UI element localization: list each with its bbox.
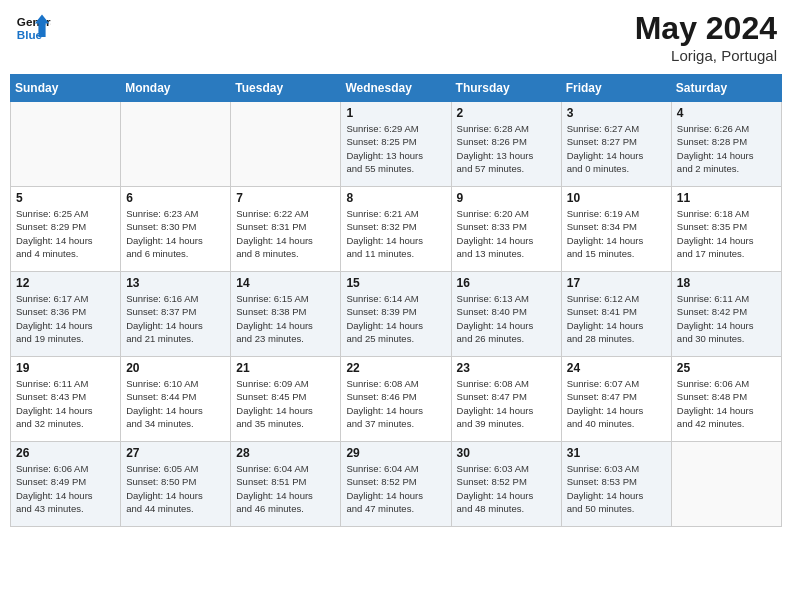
day-info: Sunrise: 6:11 AMSunset: 8:42 PMDaylight:… bbox=[677, 292, 776, 345]
day-number: 20 bbox=[126, 361, 225, 375]
calendar-cell: 12Sunrise: 6:17 AMSunset: 8:36 PMDayligh… bbox=[11, 272, 121, 357]
weekday-header: Sunday bbox=[11, 75, 121, 102]
day-info: Sunrise: 6:28 AMSunset: 8:26 PMDaylight:… bbox=[457, 122, 556, 175]
day-info: Sunrise: 6:03 AMSunset: 8:53 PMDaylight:… bbox=[567, 462, 666, 515]
calendar-cell: 8Sunrise: 6:21 AMSunset: 8:32 PMDaylight… bbox=[341, 187, 451, 272]
day-number: 17 bbox=[567, 276, 666, 290]
day-info: Sunrise: 6:17 AMSunset: 8:36 PMDaylight:… bbox=[16, 292, 115, 345]
day-info: Sunrise: 6:14 AMSunset: 8:39 PMDaylight:… bbox=[346, 292, 445, 345]
weekday-header: Tuesday bbox=[231, 75, 341, 102]
day-info: Sunrise: 6:21 AMSunset: 8:32 PMDaylight:… bbox=[346, 207, 445, 260]
logo-icon: General Blue bbox=[15, 10, 51, 46]
day-number: 19 bbox=[16, 361, 115, 375]
calendar-cell: 20Sunrise: 6:10 AMSunset: 8:44 PMDayligh… bbox=[121, 357, 231, 442]
calendar-cell: 18Sunrise: 6:11 AMSunset: 8:42 PMDayligh… bbox=[671, 272, 781, 357]
day-number: 10 bbox=[567, 191, 666, 205]
calendar-week-row: 26Sunrise: 6:06 AMSunset: 8:49 PMDayligh… bbox=[11, 442, 782, 527]
calendar-week-row: 1Sunrise: 6:29 AMSunset: 8:25 PMDaylight… bbox=[11, 102, 782, 187]
day-number: 18 bbox=[677, 276, 776, 290]
day-number: 22 bbox=[346, 361, 445, 375]
calendar-cell: 19Sunrise: 6:11 AMSunset: 8:43 PMDayligh… bbox=[11, 357, 121, 442]
day-number: 27 bbox=[126, 446, 225, 460]
weekday-header: Monday bbox=[121, 75, 231, 102]
day-info: Sunrise: 6:19 AMSunset: 8:34 PMDaylight:… bbox=[567, 207, 666, 260]
day-info: Sunrise: 6:07 AMSunset: 8:47 PMDaylight:… bbox=[567, 377, 666, 430]
day-info: Sunrise: 6:03 AMSunset: 8:52 PMDaylight:… bbox=[457, 462, 556, 515]
day-number: 26 bbox=[16, 446, 115, 460]
day-info: Sunrise: 6:05 AMSunset: 8:50 PMDaylight:… bbox=[126, 462, 225, 515]
calendar-cell: 7Sunrise: 6:22 AMSunset: 8:31 PMDaylight… bbox=[231, 187, 341, 272]
calendar-cell: 26Sunrise: 6:06 AMSunset: 8:49 PMDayligh… bbox=[11, 442, 121, 527]
calendar-cell: 31Sunrise: 6:03 AMSunset: 8:53 PMDayligh… bbox=[561, 442, 671, 527]
calendar-week-row: 12Sunrise: 6:17 AMSunset: 8:36 PMDayligh… bbox=[11, 272, 782, 357]
day-info: Sunrise: 6:26 AMSunset: 8:28 PMDaylight:… bbox=[677, 122, 776, 175]
calendar-cell: 10Sunrise: 6:19 AMSunset: 8:34 PMDayligh… bbox=[561, 187, 671, 272]
title-block: May 2024 Loriga, Portugal bbox=[635, 10, 777, 64]
day-info: Sunrise: 6:04 AMSunset: 8:51 PMDaylight:… bbox=[236, 462, 335, 515]
day-number: 4 bbox=[677, 106, 776, 120]
weekday-header: Saturday bbox=[671, 75, 781, 102]
day-number: 6 bbox=[126, 191, 225, 205]
calendar-cell: 28Sunrise: 6:04 AMSunset: 8:51 PMDayligh… bbox=[231, 442, 341, 527]
day-number: 16 bbox=[457, 276, 556, 290]
calendar-table: SundayMondayTuesdayWednesdayThursdayFrid… bbox=[10, 74, 782, 527]
page-header: General Blue May 2024 Loriga, Portugal bbox=[10, 10, 782, 64]
day-info: Sunrise: 6:11 AMSunset: 8:43 PMDaylight:… bbox=[16, 377, 115, 430]
day-number: 3 bbox=[567, 106, 666, 120]
calendar-cell: 21Sunrise: 6:09 AMSunset: 8:45 PMDayligh… bbox=[231, 357, 341, 442]
calendar-cell: 14Sunrise: 6:15 AMSunset: 8:38 PMDayligh… bbox=[231, 272, 341, 357]
calendar-cell: 27Sunrise: 6:05 AMSunset: 8:50 PMDayligh… bbox=[121, 442, 231, 527]
calendar-cell: 11Sunrise: 6:18 AMSunset: 8:35 PMDayligh… bbox=[671, 187, 781, 272]
weekday-header: Wednesday bbox=[341, 75, 451, 102]
month-year-title: May 2024 bbox=[635, 10, 777, 47]
day-number: 31 bbox=[567, 446, 666, 460]
calendar-week-row: 5Sunrise: 6:25 AMSunset: 8:29 PMDaylight… bbox=[11, 187, 782, 272]
day-info: Sunrise: 6:08 AMSunset: 8:47 PMDaylight:… bbox=[457, 377, 556, 430]
day-number: 25 bbox=[677, 361, 776, 375]
day-info: Sunrise: 6:22 AMSunset: 8:31 PMDaylight:… bbox=[236, 207, 335, 260]
day-number: 9 bbox=[457, 191, 556, 205]
day-number: 21 bbox=[236, 361, 335, 375]
day-info: Sunrise: 6:29 AMSunset: 8:25 PMDaylight:… bbox=[346, 122, 445, 175]
day-number: 13 bbox=[126, 276, 225, 290]
day-info: Sunrise: 6:20 AMSunset: 8:33 PMDaylight:… bbox=[457, 207, 556, 260]
weekday-header: Friday bbox=[561, 75, 671, 102]
calendar-cell: 3Sunrise: 6:27 AMSunset: 8:27 PMDaylight… bbox=[561, 102, 671, 187]
day-number: 5 bbox=[16, 191, 115, 205]
calendar-cell: 22Sunrise: 6:08 AMSunset: 8:46 PMDayligh… bbox=[341, 357, 451, 442]
day-info: Sunrise: 6:10 AMSunset: 8:44 PMDaylight:… bbox=[126, 377, 225, 430]
day-info: Sunrise: 6:06 AMSunset: 8:49 PMDaylight:… bbox=[16, 462, 115, 515]
day-number: 23 bbox=[457, 361, 556, 375]
day-info: Sunrise: 6:18 AMSunset: 8:35 PMDaylight:… bbox=[677, 207, 776, 260]
day-number: 15 bbox=[346, 276, 445, 290]
calendar-cell: 1Sunrise: 6:29 AMSunset: 8:25 PMDaylight… bbox=[341, 102, 451, 187]
day-info: Sunrise: 6:08 AMSunset: 8:46 PMDaylight:… bbox=[346, 377, 445, 430]
calendar-cell: 6Sunrise: 6:23 AMSunset: 8:30 PMDaylight… bbox=[121, 187, 231, 272]
calendar-cell: 17Sunrise: 6:12 AMSunset: 8:41 PMDayligh… bbox=[561, 272, 671, 357]
calendar-cell bbox=[11, 102, 121, 187]
calendar-cell: 4Sunrise: 6:26 AMSunset: 8:28 PMDaylight… bbox=[671, 102, 781, 187]
day-info: Sunrise: 6:12 AMSunset: 8:41 PMDaylight:… bbox=[567, 292, 666, 345]
calendar-cell: 25Sunrise: 6:06 AMSunset: 8:48 PMDayligh… bbox=[671, 357, 781, 442]
day-number: 24 bbox=[567, 361, 666, 375]
day-number: 30 bbox=[457, 446, 556, 460]
day-info: Sunrise: 6:13 AMSunset: 8:40 PMDaylight:… bbox=[457, 292, 556, 345]
calendar-cell: 2Sunrise: 6:28 AMSunset: 8:26 PMDaylight… bbox=[451, 102, 561, 187]
calendar-cell: 13Sunrise: 6:16 AMSunset: 8:37 PMDayligh… bbox=[121, 272, 231, 357]
calendar-cell: 29Sunrise: 6:04 AMSunset: 8:52 PMDayligh… bbox=[341, 442, 451, 527]
calendar-cell bbox=[121, 102, 231, 187]
calendar-cell: 24Sunrise: 6:07 AMSunset: 8:47 PMDayligh… bbox=[561, 357, 671, 442]
calendar-week-row: 19Sunrise: 6:11 AMSunset: 8:43 PMDayligh… bbox=[11, 357, 782, 442]
calendar-cell: 15Sunrise: 6:14 AMSunset: 8:39 PMDayligh… bbox=[341, 272, 451, 357]
day-info: Sunrise: 6:16 AMSunset: 8:37 PMDaylight:… bbox=[126, 292, 225, 345]
day-number: 28 bbox=[236, 446, 335, 460]
day-number: 12 bbox=[16, 276, 115, 290]
calendar-cell: 30Sunrise: 6:03 AMSunset: 8:52 PMDayligh… bbox=[451, 442, 561, 527]
day-number: 14 bbox=[236, 276, 335, 290]
day-info: Sunrise: 6:06 AMSunset: 8:48 PMDaylight:… bbox=[677, 377, 776, 430]
day-info: Sunrise: 6:04 AMSunset: 8:52 PMDaylight:… bbox=[346, 462, 445, 515]
logo: General Blue bbox=[15, 10, 51, 46]
day-number: 11 bbox=[677, 191, 776, 205]
day-number: 8 bbox=[346, 191, 445, 205]
day-number: 29 bbox=[346, 446, 445, 460]
